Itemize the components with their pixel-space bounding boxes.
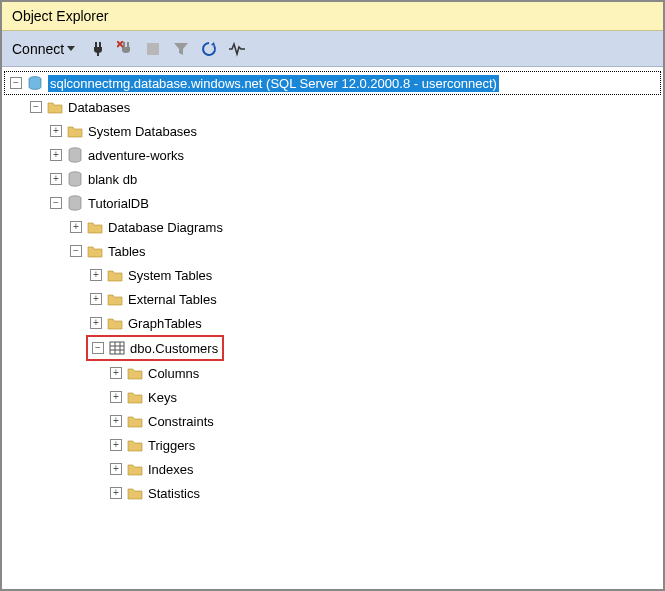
- database-icon: [66, 195, 84, 211]
- tree-node-statistics[interactable]: + Statistics: [4, 481, 661, 505]
- node-label: sqlconnectmg.database.windows.net (SQL S…: [48, 75, 499, 92]
- object-explorer-window: Object Explorer Connect − sqlconnect: [0, 0, 665, 591]
- svg-rect-1: [99, 42, 101, 47]
- connect-object-icon[interactable]: [87, 39, 107, 59]
- svg-rect-4: [127, 42, 129, 47]
- tree-node-system-tables[interactable]: + System Tables: [4, 263, 661, 287]
- connect-button[interactable]: Connect: [8, 39, 79, 59]
- expander-icon[interactable]: +: [110, 367, 122, 379]
- tree-node-tables[interactable]: − Tables: [4, 239, 661, 263]
- stop-icon[interactable]: [143, 39, 163, 59]
- folder-icon: [126, 485, 144, 501]
- expander-icon[interactable]: +: [110, 415, 122, 427]
- node-label: Database Diagrams: [108, 220, 223, 235]
- expander-icon[interactable]: −: [50, 197, 62, 209]
- node-label: dbo.Customers: [130, 341, 218, 356]
- node-label: Databases: [68, 100, 130, 115]
- expander-icon[interactable]: −: [70, 245, 82, 257]
- expander-icon[interactable]: −: [92, 342, 104, 354]
- tree-node-databases[interactable]: − Databases: [4, 95, 661, 119]
- expander-icon[interactable]: +: [50, 173, 62, 185]
- folder-icon: [106, 315, 124, 331]
- expander-icon[interactable]: +: [110, 487, 122, 499]
- tree-node-constraints[interactable]: + Constraints: [4, 409, 661, 433]
- tree-node-blank-db[interactable]: + blank db: [4, 167, 661, 191]
- node-label: Indexes: [148, 462, 194, 477]
- tree-node-dbo-customers[interactable]: − dbo.Customers: [88, 336, 218, 360]
- tree-node-graph-tables[interactable]: + GraphTables: [4, 311, 661, 335]
- folder-icon: [126, 365, 144, 381]
- folder-icon: [106, 291, 124, 307]
- folder-icon: [126, 461, 144, 477]
- expander-icon[interactable]: +: [90, 317, 102, 329]
- folder-icon: [46, 99, 64, 115]
- node-label: GraphTables: [128, 316, 202, 331]
- node-label: Keys: [148, 390, 177, 405]
- folder-icon: [86, 219, 104, 235]
- node-label: blank db: [88, 172, 137, 187]
- node-label: Constraints: [148, 414, 214, 429]
- dropdown-caret-icon: [67, 46, 75, 51]
- table-icon: [108, 340, 126, 356]
- tree-node-server[interactable]: − sqlconnectmg.database.windows.net (SQL…: [4, 71, 661, 95]
- tree-node-indexes[interactable]: + Indexes: [4, 457, 661, 481]
- toolbar: Connect: [2, 31, 663, 67]
- expander-icon[interactable]: +: [90, 293, 102, 305]
- expander-icon[interactable]: +: [70, 221, 82, 233]
- node-label: External Tables: [128, 292, 217, 307]
- folder-icon: [126, 389, 144, 405]
- node-label: Tables: [108, 244, 146, 259]
- node-label: System Tables: [128, 268, 212, 283]
- refresh-icon[interactable]: [199, 39, 219, 59]
- panel-title-text: Object Explorer: [12, 8, 108, 24]
- expander-icon[interactable]: +: [110, 463, 122, 475]
- tree-node-database-diagrams[interactable]: + Database Diagrams: [4, 215, 661, 239]
- folder-icon: [86, 243, 104, 259]
- node-label: Triggers: [148, 438, 195, 453]
- svg-rect-5: [147, 43, 159, 55]
- highlight-annotation: − dbo.Customers: [86, 335, 224, 361]
- expander-icon[interactable]: −: [30, 101, 42, 113]
- tree-view[interactable]: − sqlconnectmg.database.windows.net (SQL…: [2, 67, 663, 589]
- server-icon: [26, 75, 44, 91]
- folder-icon: [106, 267, 124, 283]
- expander-icon[interactable]: +: [90, 269, 102, 281]
- expander-icon[interactable]: +: [50, 125, 62, 137]
- folder-icon: [126, 413, 144, 429]
- database-icon: [66, 147, 84, 163]
- activity-monitor-icon[interactable]: [227, 39, 247, 59]
- expander-icon[interactable]: +: [110, 439, 122, 451]
- node-label: Columns: [148, 366, 199, 381]
- tree-node-tutorialdb[interactable]: − TutorialDB: [4, 191, 661, 215]
- disconnect-icon[interactable]: [115, 39, 135, 59]
- folder-icon: [66, 123, 84, 139]
- folder-icon: [126, 437, 144, 453]
- tree-node-columns[interactable]: + Columns: [4, 361, 661, 385]
- node-label: adventure-works: [88, 148, 184, 163]
- panel-title: Object Explorer: [2, 2, 663, 31]
- filter-icon[interactable]: [171, 39, 191, 59]
- tree-node-keys[interactable]: + Keys: [4, 385, 661, 409]
- node-label: TutorialDB: [88, 196, 149, 211]
- expander-icon[interactable]: +: [110, 391, 122, 403]
- expander-icon[interactable]: −: [10, 77, 22, 89]
- svg-rect-2: [97, 52, 99, 56]
- connect-button-label: Connect: [12, 41, 64, 57]
- node-label: System Databases: [88, 124, 197, 139]
- tree-node-triggers[interactable]: + Triggers: [4, 433, 661, 457]
- database-icon: [66, 171, 84, 187]
- tree-node-system-databases[interactable]: + System Databases: [4, 119, 661, 143]
- tree-node-external-tables[interactable]: + External Tables: [4, 287, 661, 311]
- expander-icon[interactable]: +: [50, 149, 62, 161]
- svg-rect-0: [95, 42, 97, 47]
- svg-rect-10: [110, 342, 124, 354]
- node-label: Statistics: [148, 486, 200, 501]
- tree-node-adventure-works[interactable]: + adventure-works: [4, 143, 661, 167]
